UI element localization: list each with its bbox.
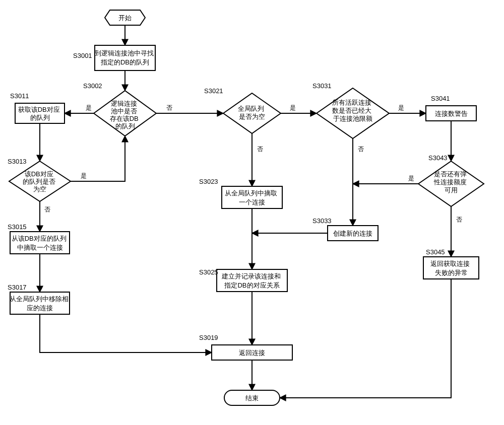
node-s3033: 创建新的连接 — [328, 226, 378, 241]
node-start: 开始 — [105, 10, 145, 25]
step-s3045: S3045 — [426, 248, 445, 256]
step-s3023: S3023 — [199, 178, 218, 185]
step-s3033: S3033 — [312, 217, 332, 225]
flowchart: 开始 到逻辑连接池中寻找 指定的DB的队列 到逻辑连接池中寻找指定的DB的队列 … — [0, 0, 504, 425]
step-s3041: S3041 — [431, 95, 450, 102]
node-s3019: 返回连接 — [212, 345, 292, 360]
step-s3001: S3001 — [73, 52, 92, 59]
edge-s3031-yes: 是 — [398, 104, 404, 111]
label-s3019: 返回连接 — [239, 349, 265, 357]
label-end: 结束 — [245, 394, 259, 402]
node-s3011: 获取该DB对应 的队列 获取该DB对应的队列 — [0, 0, 65, 123]
edge-s3021-no: 否 — [257, 146, 263, 153]
step-s3031: S3031 — [312, 82, 332, 90]
step-s3025: S3025 — [199, 268, 218, 276]
edge-s3002-no: 否 — [166, 104, 172, 111]
step-s3043: S3043 — [428, 154, 448, 162]
node-s3045: 返回获取连接 失败的异常 返回获取连接失败的异常 — [0, 0, 479, 279]
svg-text:全局队列
    是否为空: 全局队列 是否为空 — [238, 105, 266, 120]
label-s3033: 创建新的连接 — [333, 230, 372, 237]
edge-s3021-yes: 是 — [290, 104, 296, 111]
step-s3019: S3019 — [199, 334, 218, 341]
node-s3017: 从全局队列中移除相 应的连接 从全局队列中移除相应的连接 — [0, 0, 85, 314]
step-s3011: S3011 — [10, 92, 29, 100]
step-s3013: S3013 — [8, 158, 27, 165]
edge-s3031-no: 否 — [358, 146, 364, 153]
label-s3041: 连接数警告 — [435, 110, 468, 117]
node-s3013: 该DB对应 的队列是否 为空 该DB对应的队列是否为空 — [0, 0, 75, 201]
edge-s3043-no: 否 — [456, 216, 462, 223]
step-s3017: S3017 — [8, 284, 27, 291]
node-s3015: 从该DB对应的队列 中摘取一个连接 从该DB对应的队列中摘取一个连接 — [0, 0, 101, 254]
step-s3002: S3002 — [83, 82, 102, 90]
edge-s3013-yes: 是 — [81, 172, 87, 179]
step-s3015: S3015 — [8, 223, 27, 231]
node-s3041: 连接数警告 — [426, 106, 476, 121]
node-end: 结束 — [224, 390, 280, 405]
label-start: 开始 — [118, 14, 132, 22]
step-s3021: S3021 — [204, 87, 223, 95]
edge-s3002-yes: 是 — [86, 104, 92, 111]
svg-text:所有活跃连接
    数是否已经大
    于连接池限额: 所有活跃连接 数是否已经大 于连接池限额 — [332, 99, 373, 122]
edge-s3043-yes: 是 — [408, 175, 414, 182]
edge-s3013-no: 否 — [44, 206, 50, 213]
